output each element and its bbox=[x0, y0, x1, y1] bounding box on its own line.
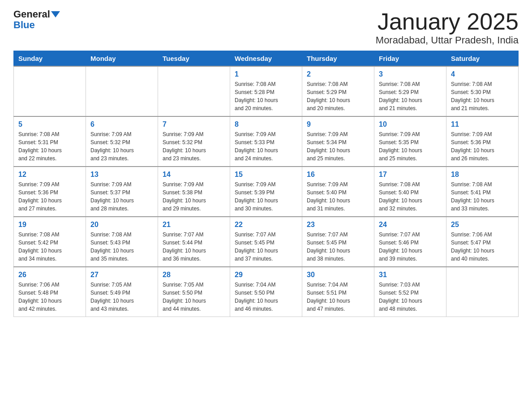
day-header-thursday: Thursday bbox=[302, 51, 374, 67]
day-info: Sunrise: 7:04 AM Sunset: 5:51 PM Dayligh… bbox=[307, 281, 369, 313]
calendar-cell: 4Sunrise: 7:08 AM Sunset: 5:30 PM Daylig… bbox=[446, 66, 519, 116]
page-header: General Blue January 2025 Moradabad, Utt… bbox=[13, 9, 519, 46]
calendar-cell: 10Sunrise: 7:09 AM Sunset: 5:35 PM Dayli… bbox=[374, 116, 446, 167]
day-info: Sunrise: 7:09 AM Sunset: 5:36 PM Dayligh… bbox=[18, 180, 81, 213]
day-info: Sunrise: 7:09 AM Sunset: 5:40 PM Dayligh… bbox=[307, 180, 369, 213]
week-row-3: 12Sunrise: 7:09 AM Sunset: 5:36 PM Dayli… bbox=[14, 167, 519, 217]
day-info: Sunrise: 7:07 AM Sunset: 5:44 PM Dayligh… bbox=[163, 231, 225, 263]
day-info: Sunrise: 7:05 AM Sunset: 5:49 PM Dayligh… bbox=[90, 281, 153, 313]
day-info: Sunrise: 7:08 AM Sunset: 5:28 PM Dayligh… bbox=[235, 80, 297, 112]
day-number: 9 bbox=[307, 120, 369, 128]
day-info: Sunrise: 7:07 AM Sunset: 5:45 PM Dayligh… bbox=[235, 231, 297, 263]
day-info: Sunrise: 7:08 AM Sunset: 5:40 PM Dayligh… bbox=[379, 180, 442, 213]
logo-triangle-icon bbox=[51, 11, 60, 17]
logo-general: General bbox=[13, 9, 50, 20]
day-info: Sunrise: 7:09 AM Sunset: 5:35 PM Dayligh… bbox=[379, 130, 442, 163]
day-number: 3 bbox=[379, 70, 442, 78]
calendar-cell: 24Sunrise: 7:07 AM Sunset: 5:46 PM Dayli… bbox=[374, 217, 446, 267]
calendar-cell: 22Sunrise: 7:07 AM Sunset: 5:45 PM Dayli… bbox=[230, 217, 302, 267]
calendar-cell: 28Sunrise: 7:05 AM Sunset: 5:50 PM Dayli… bbox=[158, 267, 230, 317]
day-info: Sunrise: 7:09 AM Sunset: 5:39 PM Dayligh… bbox=[235, 180, 297, 213]
day-number: 27 bbox=[90, 271, 153, 279]
calendar-cell: 6Sunrise: 7:09 AM Sunset: 5:32 PM Daylig… bbox=[86, 116, 158, 167]
day-info: Sunrise: 7:07 AM Sunset: 5:45 PM Dayligh… bbox=[307, 231, 369, 263]
day-number: 31 bbox=[379, 271, 442, 279]
day-number: 21 bbox=[163, 221, 225, 229]
day-number: 1 bbox=[235, 70, 297, 78]
day-number: 19 bbox=[18, 221, 81, 229]
day-number: 10 bbox=[379, 120, 442, 128]
day-info: Sunrise: 7:06 AM Sunset: 5:47 PM Dayligh… bbox=[451, 231, 514, 263]
day-info: Sunrise: 7:08 AM Sunset: 5:29 PM Dayligh… bbox=[307, 80, 369, 112]
calendar-cell: 12Sunrise: 7:09 AM Sunset: 5:36 PM Dayli… bbox=[14, 167, 86, 217]
calendar-cell bbox=[446, 267, 519, 317]
logo-blue: Blue bbox=[13, 20, 35, 30]
month-title: January 2025 bbox=[376, 9, 519, 34]
calendar-header-row: SundayMondayTuesdayWednesdayThursdayFrid… bbox=[14, 51, 519, 67]
calendar-cell: 21Sunrise: 7:07 AM Sunset: 5:44 PM Dayli… bbox=[158, 217, 230, 267]
calendar-cell: 15Sunrise: 7:09 AM Sunset: 5:39 PM Dayli… bbox=[230, 167, 302, 217]
calendar-table: SundayMondayTuesdayWednesdayThursdayFrid… bbox=[13, 51, 519, 317]
day-number: 12 bbox=[18, 171, 81, 179]
calendar-cell bbox=[86, 66, 158, 116]
day-info: Sunrise: 7:08 AM Sunset: 5:30 PM Dayligh… bbox=[451, 80, 514, 112]
day-number: 24 bbox=[379, 221, 442, 229]
day-info: Sunrise: 7:05 AM Sunset: 5:50 PM Dayligh… bbox=[163, 281, 225, 313]
day-number: 29 bbox=[235, 271, 297, 279]
day-number: 16 bbox=[307, 171, 369, 179]
day-number: 18 bbox=[451, 171, 514, 179]
location-title: Moradabad, Uttar Pradesh, India bbox=[376, 34, 519, 46]
day-number: 8 bbox=[235, 120, 297, 128]
calendar-cell: 2Sunrise: 7:08 AM Sunset: 5:29 PM Daylig… bbox=[302, 66, 374, 116]
calendar-cell: 9Sunrise: 7:09 AM Sunset: 5:34 PM Daylig… bbox=[302, 116, 374, 167]
calendar-cell: 5Sunrise: 7:08 AM Sunset: 5:31 PM Daylig… bbox=[14, 116, 86, 167]
calendar-cell: 17Sunrise: 7:08 AM Sunset: 5:40 PM Dayli… bbox=[374, 167, 446, 217]
title-section: January 2025 Moradabad, Uttar Pradesh, I… bbox=[376, 9, 519, 46]
week-row-2: 5Sunrise: 7:08 AM Sunset: 5:31 PM Daylig… bbox=[14, 116, 519, 167]
day-info: Sunrise: 7:07 AM Sunset: 5:46 PM Dayligh… bbox=[379, 231, 442, 263]
day-info: Sunrise: 7:06 AM Sunset: 5:48 PM Dayligh… bbox=[18, 281, 81, 313]
day-header-friday: Friday bbox=[374, 51, 446, 67]
day-info: Sunrise: 7:09 AM Sunset: 5:38 PM Dayligh… bbox=[163, 180, 225, 213]
day-number: 26 bbox=[18, 271, 81, 279]
day-number: 7 bbox=[163, 120, 225, 128]
day-number: 4 bbox=[451, 70, 514, 78]
day-info: Sunrise: 7:08 AM Sunset: 5:42 PM Dayligh… bbox=[18, 231, 81, 263]
day-number: 5 bbox=[18, 120, 81, 128]
calendar-cell: 13Sunrise: 7:09 AM Sunset: 5:37 PM Dayli… bbox=[86, 167, 158, 217]
calendar-cell: 30Sunrise: 7:04 AM Sunset: 5:51 PM Dayli… bbox=[302, 267, 374, 317]
day-number: 30 bbox=[307, 271, 369, 279]
calendar-cell: 16Sunrise: 7:09 AM Sunset: 5:40 PM Dayli… bbox=[302, 167, 374, 217]
day-number: 20 bbox=[90, 221, 153, 229]
day-number: 15 bbox=[235, 171, 297, 179]
day-info: Sunrise: 7:09 AM Sunset: 5:37 PM Dayligh… bbox=[90, 180, 153, 213]
day-info: Sunrise: 7:04 AM Sunset: 5:50 PM Dayligh… bbox=[235, 281, 297, 313]
calendar-cell: 8Sunrise: 7:09 AM Sunset: 5:33 PM Daylig… bbox=[230, 116, 302, 167]
day-info: Sunrise: 7:09 AM Sunset: 5:36 PM Dayligh… bbox=[451, 130, 514, 163]
calendar-cell: 7Sunrise: 7:09 AM Sunset: 5:32 PM Daylig… bbox=[158, 116, 230, 167]
day-number: 17 bbox=[379, 171, 442, 179]
calendar-cell: 1Sunrise: 7:08 AM Sunset: 5:28 PM Daylig… bbox=[230, 66, 302, 116]
calendar-cell: 19Sunrise: 7:08 AM Sunset: 5:42 PM Dayli… bbox=[14, 217, 86, 267]
calendar-cell: 23Sunrise: 7:07 AM Sunset: 5:45 PM Dayli… bbox=[302, 217, 374, 267]
calendar-cell: 31Sunrise: 7:03 AM Sunset: 5:52 PM Dayli… bbox=[374, 267, 446, 317]
calendar-cell: 11Sunrise: 7:09 AM Sunset: 5:36 PM Dayli… bbox=[446, 116, 519, 167]
day-info: Sunrise: 7:09 AM Sunset: 5:34 PM Dayligh… bbox=[307, 130, 369, 163]
day-number: 23 bbox=[307, 221, 369, 229]
calendar-cell: 14Sunrise: 7:09 AM Sunset: 5:38 PM Dayli… bbox=[158, 167, 230, 217]
calendar-cell bbox=[158, 66, 230, 116]
day-info: Sunrise: 7:09 AM Sunset: 5:32 PM Dayligh… bbox=[163, 130, 225, 163]
calendar-cell: 26Sunrise: 7:06 AM Sunset: 5:48 PM Dayli… bbox=[14, 267, 86, 317]
calendar-cell: 20Sunrise: 7:08 AM Sunset: 5:43 PM Dayli… bbox=[86, 217, 158, 267]
calendar-cell: 3Sunrise: 7:08 AM Sunset: 5:29 PM Daylig… bbox=[374, 66, 446, 116]
day-info: Sunrise: 7:08 AM Sunset: 5:29 PM Dayligh… bbox=[379, 80, 442, 112]
day-number: 25 bbox=[451, 221, 514, 229]
day-number: 11 bbox=[451, 120, 514, 128]
calendar-cell: 29Sunrise: 7:04 AM Sunset: 5:50 PM Dayli… bbox=[230, 267, 302, 317]
day-number: 13 bbox=[90, 171, 153, 179]
day-number: 6 bbox=[90, 120, 153, 128]
calendar-cell: 25Sunrise: 7:06 AM Sunset: 5:47 PM Dayli… bbox=[446, 217, 519, 267]
day-number: 14 bbox=[163, 171, 225, 179]
day-info: Sunrise: 7:09 AM Sunset: 5:33 PM Dayligh… bbox=[235, 130, 297, 163]
week-row-1: 1Sunrise: 7:08 AM Sunset: 5:28 PM Daylig… bbox=[14, 66, 519, 116]
